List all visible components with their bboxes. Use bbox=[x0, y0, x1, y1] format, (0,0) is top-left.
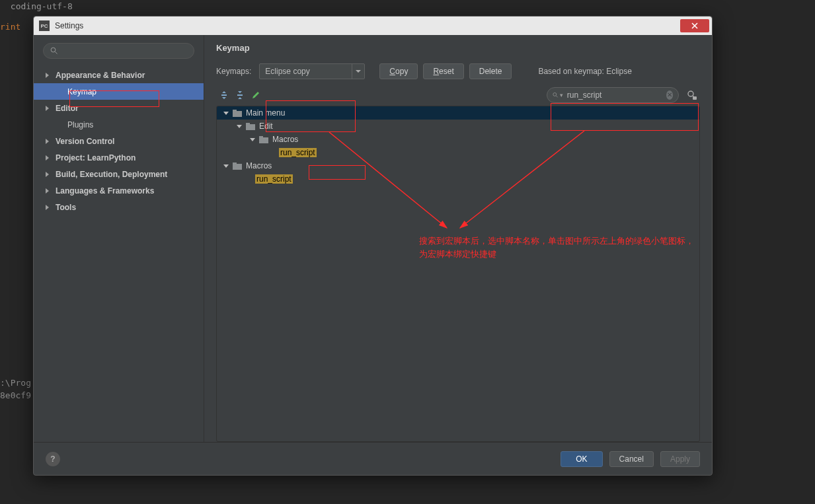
chevron-right-icon bbox=[46, 73, 49, 78]
keymaps-value: Eclipse copy bbox=[265, 67, 309, 76]
clear-search-button[interactable]: ✕ bbox=[666, 90, 673, 100]
keymap-selector-row: Keymaps: Eclipse copy Copy Reset Delete … bbox=[216, 63, 700, 79]
content-pane: Keymap Keymaps: Eclipse copy Copy Reset … bbox=[204, 35, 712, 442]
cancel-button[interactable]: Cancel bbox=[609, 451, 654, 467]
close-icon bbox=[691, 22, 698, 29]
folder-icon bbox=[246, 123, 255, 130]
titlebar[interactable]: PC Settings bbox=[34, 17, 712, 35]
reset-button[interactable]: Reset bbox=[423, 63, 463, 79]
chevron-right-icon bbox=[46, 172, 49, 177]
svg-rect-14 bbox=[233, 162, 237, 164]
chevron-down-icon bbox=[237, 125, 242, 128]
keymaps-dropdown[interactable]: Eclipse copy bbox=[259, 63, 365, 79]
delete-button[interactable]: Delete bbox=[469, 63, 512, 79]
collapse-all-icon bbox=[235, 90, 245, 100]
svg-point-2 bbox=[553, 92, 557, 96]
sidebar-search[interactable] bbox=[43, 43, 194, 59]
chevron-down-icon bbox=[352, 64, 364, 79]
chevron-down-icon bbox=[223, 112, 229, 115]
svg-point-4 bbox=[688, 91, 693, 96]
chevron-right-icon bbox=[46, 188, 49, 194]
help-button[interactable]: ? bbox=[46, 452, 60, 466]
nav-appearance-behavior[interactable]: Appearance & Behavior bbox=[34, 67, 204, 83]
svg-rect-13 bbox=[233, 164, 242, 170]
sidebar-search-input[interactable] bbox=[62, 46, 187, 55]
collapse-all-button[interactable] bbox=[232, 87, 248, 103]
nav-keymap[interactable]: Keymap bbox=[34, 83, 204, 100]
action-search[interactable]: ▾ ✕ bbox=[547, 87, 679, 103]
action-search-input[interactable] bbox=[567, 90, 666, 100]
apply-button[interactable]: Apply bbox=[660, 451, 700, 467]
chevron-right-icon bbox=[46, 205, 49, 210]
svg-point-0 bbox=[51, 48, 56, 52]
chevron-down-icon bbox=[223, 164, 229, 168]
settings-nav: Appearance & Behavior Keymap Editor Plug… bbox=[34, 64, 204, 215]
nav-editor[interactable]: Editor bbox=[34, 100, 204, 116]
chevron-right-icon bbox=[46, 139, 49, 144]
settings-sidebar: Appearance & Behavior Keymap Editor Plug… bbox=[34, 35, 204, 442]
tree-macros-1[interactable]: Macros bbox=[217, 133, 699, 146]
nav-plugins[interactable]: Plugins bbox=[34, 116, 204, 133]
svg-rect-12 bbox=[259, 136, 263, 138]
based-on-label: Based on keymap: Eclipse bbox=[538, 67, 631, 76]
svg-rect-8 bbox=[233, 110, 237, 112]
tree-run-script-2[interactable]: run_script bbox=[217, 172, 699, 186]
chevron-right-icon bbox=[46, 106, 49, 111]
svg-rect-7 bbox=[233, 111, 242, 117]
close-button[interactable] bbox=[680, 19, 709, 32]
settings-dialog: PC Settings Appearance & Behavior Keymap… bbox=[33, 16, 713, 476]
page-title: Keymap bbox=[216, 43, 700, 53]
expand-all-button[interactable] bbox=[216, 87, 232, 103]
search-icon bbox=[50, 47, 58, 55]
nav-languages-frameworks[interactable]: Languages & Frameworks bbox=[34, 182, 204, 199]
chevron-down-icon bbox=[250, 138, 255, 141]
edit-shortcut-button[interactable] bbox=[248, 87, 264, 103]
search-icon bbox=[553, 91, 559, 99]
folder-icon bbox=[259, 136, 268, 143]
nav-version-control[interactable]: Version Control bbox=[34, 133, 204, 149]
tree-main-menu[interactable]: Main menu bbox=[217, 106, 699, 120]
keymap-tree[interactable]: Main menu Edit Macros run_script bbox=[216, 106, 700, 442]
svg-line-3 bbox=[556, 96, 557, 97]
nav-project[interactable]: Project: LearnPython bbox=[34, 149, 204, 166]
tree-run-script-1[interactable]: run_script bbox=[217, 146, 699, 159]
find-shortcut-icon bbox=[687, 90, 697, 100]
app-folder-icon bbox=[233, 110, 242, 117]
keymaps-label: Keymaps: bbox=[216, 67, 251, 76]
tree-edit[interactable]: Edit bbox=[217, 120, 699, 133]
app-icon: PC bbox=[39, 20, 50, 31]
nav-build-exec-deploy[interactable]: Build, Execution, Deployment bbox=[34, 166, 204, 182]
svg-rect-10 bbox=[246, 123, 250, 125]
pencil-icon bbox=[251, 90, 260, 100]
dialog-title: Settings bbox=[55, 21, 83, 30]
tree-macros-2[interactable]: Macros bbox=[217, 159, 699, 172]
svg-rect-9 bbox=[246, 124, 255, 130]
dialog-button-bar: ? OK Cancel Apply bbox=[34, 442, 712, 475]
chevron-right-icon bbox=[46, 155, 49, 161]
svg-rect-11 bbox=[259, 137, 268, 143]
nav-tools[interactable]: Tools bbox=[34, 199, 204, 215]
folder-icon bbox=[233, 162, 242, 170]
keymap-toolbar: ▾ ✕ bbox=[216, 87, 700, 103]
expand-all-icon bbox=[219, 90, 229, 100]
svg-line-1 bbox=[56, 52, 58, 54]
copy-button[interactable]: Copy bbox=[379, 63, 418, 79]
ok-button[interactable]: OK bbox=[561, 451, 602, 467]
svg-rect-6 bbox=[693, 96, 697, 100]
find-by-shortcut-button[interactable] bbox=[684, 87, 700, 103]
dropdown-tiny-icon: ▾ bbox=[560, 92, 563, 98]
